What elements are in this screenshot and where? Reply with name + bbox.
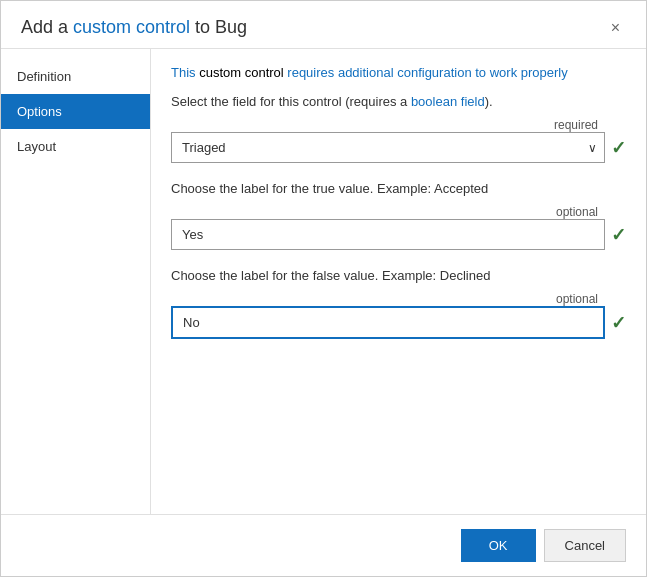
sidebar: Definition Options Layout — [1, 49, 151, 514]
field-select-label-text2: ). — [485, 94, 493, 109]
field-select-wrapper: Triaged ∨ — [171, 132, 605, 163]
field-select-check-icon: ✓ — [611, 137, 626, 159]
false-label-row: ✓ — [171, 306, 626, 339]
field-select-section: Select the field for this control (requi… — [171, 94, 626, 167]
ok-button[interactable]: OK — [461, 529, 536, 562]
field-select-row: Triaged ∨ ✓ — [171, 132, 626, 163]
close-button[interactable]: × — [605, 18, 626, 38]
sidebar-item-definition-label: Definition — [17, 69, 71, 84]
required-label: required — [554, 118, 598, 132]
title-bar: Add a custom control to Bug × — [1, 1, 646, 48]
info-text-requires: requires additional configuration to wor… — [287, 65, 567, 80]
title-prefix: Add a — [21, 17, 73, 37]
dialog-footer: OK Cancel — [1, 514, 646, 576]
dialog-title: Add a custom control to Bug — [21, 17, 247, 38]
title-suffix: to Bug — [190, 17, 247, 37]
true-optional-label: optional — [556, 205, 598, 219]
sidebar-item-options-label: Options — [17, 104, 62, 119]
field-select-label-text1: Select the field for this control (requi… — [171, 94, 411, 109]
false-label-check-icon: ✓ — [611, 312, 626, 334]
sidebar-item-layout[interactable]: Layout — [1, 129, 150, 164]
true-label-hint: Choose the label for the true value. Exa… — [171, 181, 626, 196]
sidebar-item-layout-label: Layout — [17, 139, 56, 154]
sidebar-item-definition[interactable]: Definition — [1, 59, 150, 94]
field-select-label: Select the field for this control (requi… — [171, 94, 626, 109]
field-select[interactable]: Triaged — [171, 132, 605, 163]
false-label-hint: Choose the label for the false value. Ex… — [171, 268, 626, 283]
false-label-input[interactable] — [171, 306, 605, 339]
true-label-input[interactable] — [171, 219, 605, 250]
true-label-row: ✓ — [171, 219, 626, 250]
info-text: This custom control requires additional … — [171, 65, 626, 80]
true-optional-label-container: optional — [171, 204, 626, 219]
true-label-section: Choose the label for the true value. Exa… — [171, 181, 626, 254]
dialog-body: Definition Options Layout This custom co… — [1, 48, 646, 514]
true-label-check-icon: ✓ — [611, 224, 626, 246]
required-label-container: required — [171, 117, 626, 132]
false-label-section: Choose the label for the false value. Ex… — [171, 268, 626, 343]
info-text-this: This — [171, 65, 196, 80]
main-content: This custom control requires additional … — [151, 49, 646, 514]
info-text-rest: custom control — [196, 65, 288, 80]
cancel-button[interactable]: Cancel — [544, 529, 626, 562]
title-highlight: custom control — [73, 17, 190, 37]
false-optional-label: optional — [556, 292, 598, 306]
dialog: Add a custom control to Bug × Definition… — [0, 0, 647, 577]
field-select-label-boolean: boolean field — [411, 94, 485, 109]
sidebar-item-options[interactable]: Options — [1, 94, 150, 129]
false-optional-label-container: optional — [171, 291, 626, 306]
